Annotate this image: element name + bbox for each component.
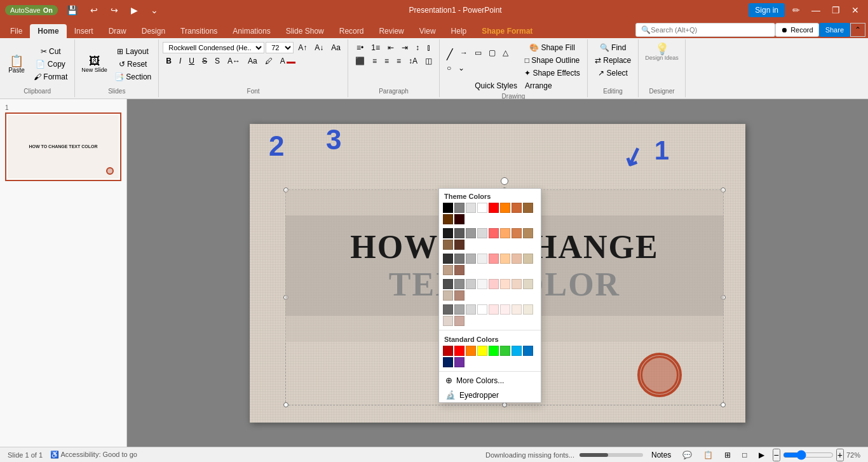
- record-button[interactable]: ⏺ Record: [775, 23, 818, 37]
- shadow-button[interactable]: S: [212, 55, 223, 67]
- color-swatch[interactable]: [454, 240, 465, 250]
- tab-help[interactable]: Help: [444, 24, 475, 38]
- color-swatch[interactable]: [454, 316, 465, 326]
- standard-color-dark-blue[interactable]: [443, 357, 453, 367]
- handle-br[interactable]: [721, 402, 726, 407]
- feedback-button[interactable]: ✏: [789, 4, 804, 17]
- color-swatch[interactable]: [454, 279, 465, 289]
- tab-transitions[interactable]: Transitions: [173, 24, 225, 38]
- tab-slideshow[interactable]: Slide Show: [278, 24, 332, 38]
- color-swatch[interactable]: [443, 254, 453, 264]
- font-size-select[interactable]: 72: [266, 42, 294, 53]
- font-face-select[interactable]: Rockwell Condensed (He...: [163, 42, 264, 53]
- tab-home[interactable]: Home: [30, 24, 66, 38]
- shape-roundrect[interactable]: ▢: [485, 47, 499, 62]
- shape-arrow[interactable]: →: [457, 47, 471, 62]
- handle-bl[interactable]: [283, 402, 288, 407]
- slideshow-button[interactable]: ▶: [756, 449, 768, 461]
- copy-button[interactable]: 📄 Copy: [31, 58, 71, 70]
- color-swatch[interactable]: [466, 254, 476, 264]
- tab-draw[interactable]: Draw: [101, 24, 134, 38]
- strikethrough-button[interactable]: S: [199, 55, 210, 67]
- sign-in-button[interactable]: Sign in: [749, 3, 785, 17]
- color-swatch[interactable]: [443, 228, 453, 238]
- search-input[interactable]: [651, 26, 770, 34]
- standard-color-dark-red[interactable]: [443, 346, 453, 356]
- cut-button[interactable]: ✂ Cut: [31, 46, 71, 57]
- standard-color-cyan[interactable]: [512, 346, 522, 356]
- italic-button[interactable]: I: [176, 55, 184, 67]
- undo-button[interactable]: ↩: [86, 4, 102, 17]
- color-swatch[interactable]: [477, 304, 487, 315]
- tab-review[interactable]: Review: [371, 24, 411, 38]
- color-swatch[interactable]: [466, 203, 476, 213]
- color-swatch[interactable]: [523, 254, 533, 264]
- reset-button[interactable]: ↺ Reset: [111, 58, 154, 70]
- color-swatch[interactable]: [500, 203, 510, 213]
- color-swatch[interactable]: [443, 214, 453, 224]
- search-bar[interactable]: 🔍: [635, 23, 775, 37]
- standard-color-yellow[interactable]: [477, 346, 487, 356]
- select-button[interactable]: ↗ Select: [595, 67, 631, 79]
- tab-view[interactable]: View: [412, 24, 444, 38]
- increase-font-button[interactable]: A↑: [295, 42, 310, 53]
- shape-outline-button[interactable]: □ Shape Outline: [521, 55, 583, 66]
- font-color-button[interactable]: A: [277, 55, 299, 67]
- rotate-handle[interactable]: [501, 177, 508, 185]
- color-swatch[interactable]: [443, 316, 453, 326]
- color-swatch[interactable]: [489, 279, 499, 289]
- color-swatch[interactable]: [500, 228, 510, 238]
- notes-button[interactable]: Notes: [648, 449, 674, 461]
- color-swatch[interactable]: [523, 228, 533, 238]
- color-swatch[interactable]: [443, 290, 453, 301]
- color-swatch[interactable]: [512, 279, 522, 289]
- color-swatch[interactable]: [477, 203, 487, 213]
- increase-indent-button[interactable]: ⇥: [398, 42, 411, 53]
- section-button[interactable]: 📑 Section: [111, 71, 154, 83]
- save-button[interactable]: 💾: [63, 4, 81, 17]
- standard-color-blue[interactable]: [523, 346, 533, 356]
- decrease-indent-button[interactable]: ⇤: [384, 42, 397, 53]
- zoom-slider[interactable]: [783, 450, 834, 460]
- shape-more[interactable]: ⌄: [455, 62, 468, 74]
- color-swatch[interactable]: [477, 228, 487, 238]
- tab-record[interactable]: Record: [332, 24, 372, 38]
- highlight-button[interactable]: 🖊: [262, 55, 276, 67]
- shape-circle[interactable]: ○: [444, 62, 454, 74]
- paste-button[interactable]: 📋 Paste: [4, 54, 29, 75]
- text-direction-button[interactable]: ↕A: [405, 55, 421, 67]
- arrange-button[interactable]: Arrange: [522, 80, 555, 92]
- color-swatch[interactable]: [489, 203, 499, 213]
- tab-animations[interactable]: Animations: [225, 24, 278, 38]
- format-painter-button[interactable]: 🖌 Format: [31, 71, 71, 83]
- shape-tri[interactable]: △: [499, 47, 512, 62]
- color-swatch[interactable]: [443, 240, 453, 250]
- eyedropper-item[interactable]: 🔬 Eyedropper: [439, 388, 541, 402]
- redo-button[interactable]: ↪: [107, 4, 122, 17]
- align-left-button[interactable]: ⬛: [352, 55, 368, 67]
- standard-color-green[interactable]: [489, 346, 499, 356]
- present-button[interactable]: ▶: [127, 4, 142, 17]
- tab-insert[interactable]: Insert: [67, 24, 101, 38]
- shape-rect[interactable]: ▭: [471, 47, 485, 62]
- find-button[interactable]: 🔍 Find: [597, 42, 630, 53]
- more-colors-item[interactable]: ⊕ More Colors...: [439, 373, 541, 388]
- color-swatch[interactable]: [523, 279, 533, 289]
- color-swatch[interactable]: [454, 290, 465, 301]
- minimize-button[interactable]: —: [808, 4, 824, 17]
- zoom-out-button[interactable]: −: [773, 449, 780, 461]
- clear-format-button[interactable]: Aa: [328, 42, 344, 53]
- color-swatch[interactable]: [454, 304, 465, 315]
- columns-button[interactable]: ⫿: [424, 42, 434, 53]
- autosave-toggle[interactable]: AutoSave On: [5, 5, 58, 15]
- decrease-font-button[interactable]: A↓: [311, 42, 327, 53]
- close-button[interactable]: ✕: [848, 4, 863, 17]
- color-swatch[interactable]: [500, 304, 510, 315]
- layout-button[interactable]: ⊞ Layout: [111, 46, 154, 57]
- slide-thumbnail[interactable]: HOW TO CHANGE TEXT COLOR: [5, 112, 121, 181]
- new-slide-button[interactable]: 🖼 New Slide: [79, 54, 110, 74]
- reading-view-button[interactable]: □: [739, 449, 750, 461]
- slide-sorter-button[interactable]: ⊞: [721, 449, 734, 461]
- align-right-button[interactable]: ≡: [381, 55, 392, 67]
- color-swatch[interactable]: [489, 254, 499, 264]
